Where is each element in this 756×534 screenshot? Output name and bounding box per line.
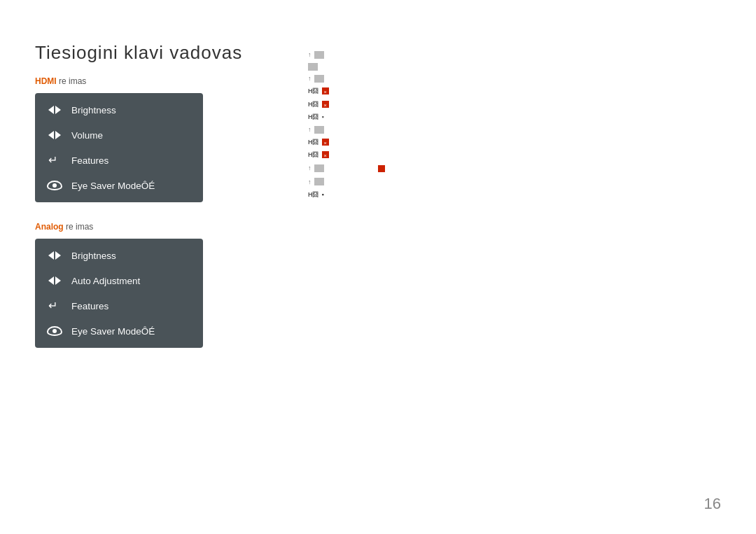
hdmi-section: HDMI re imas Brightness [35,76,259,202]
page-number: 16 [704,495,721,513]
right-line-12: H囧 ▪ [308,189,385,200]
menu-label-brightness-analog: Brightness [71,251,116,261]
analog-section: Analog re imas Brightness [35,222,259,348]
right-text-block: ↑ ↑ H囧 × H囧 × H囧 ▪ ↑ [308,49,385,200]
menu-label-features-hdmi: Features [71,155,108,166]
right-line-4: H囧 × [308,85,385,97]
menu-item-eyesaver-analog[interactable]: Eye Saver ModeÔÉ [35,318,203,344]
page: Tiesiogini klavi vadovas HDMI re imas Br… [0,0,756,534]
arrows-lr-icon-brightness-analog [45,248,64,262]
arrow-return-icon-features [45,153,64,167]
menu-label-features-analog: Features [71,301,108,311]
right-line-2 [308,62,385,71]
right-line-7: ↑ [308,124,385,135]
right-line-8: H囧 × [308,136,385,148]
eye-icon-eyesaver-analog [45,324,64,338]
hdmi-label: HDMI re imas [35,76,259,86]
eye-icon-eyesaver [45,178,64,192]
right-column: ↑ ↑ H囧 × H囧 × H囧 ▪ ↑ [308,49,385,200]
analog-highlight: Analog [35,222,64,232]
analog-rest: re imas [66,222,93,232]
left-column: Tiesiogini klavi vadovas HDMI re imas Br… [35,42,259,362]
hdmi-rest: re imas [59,76,86,86]
right-line-10: ↑ [308,162,385,175]
menu-label-autoadj-analog: Auto Adjustment [71,276,140,286]
menu-item-brightness-analog[interactable]: Brightness [35,243,203,268]
page-title: Tiesiogini klavi vadovas [35,42,259,64]
arrows-lr-icon-volume [45,128,64,142]
right-line-6: H囧 ▪ [308,111,385,122]
right-line-5: H囧 × [308,99,385,110]
right-line-9: H囧 × [308,149,385,160]
right-line-1: ↑ [308,49,385,60]
menu-label-volume-hdmi: Volume [71,130,103,141]
hdmi-highlight: HDMI [35,76,57,86]
menu-label-eyesaver-hdmi: Eye Saver ModeÔÉ [71,181,155,191]
arrow-return-icon-features-analog [45,299,64,313]
right-line-11: ↑ [308,176,385,188]
menu-item-volume-hdmi[interactable]: Volume [35,122,203,148]
menu-label-brightness-hdmi: Brightness [71,105,116,115]
menu-item-features-analog[interactable]: Features [35,293,203,318]
arrows-lr-icon-autoadj [45,274,64,288]
menu-item-autoadj-analog[interactable]: Auto Adjustment [35,268,203,293]
right-line-3: ↑ [308,73,385,84]
menu-label-eyesaver-analog: Eye Saver ModeÔÉ [71,326,155,337]
analog-menu: Brightness Auto Adjustment [35,239,203,348]
arrows-lr-icon [45,103,64,117]
menu-item-eyesaver-hdmi[interactable]: Eye Saver ModeÔÉ [35,173,203,198]
analog-label: Analog re imas [35,222,259,232]
menu-item-brightness-hdmi[interactable]: Brightness [35,97,203,122]
hdmi-menu: Brightness Volume [35,93,203,202]
menu-item-features-hdmi[interactable]: Features [35,148,203,173]
